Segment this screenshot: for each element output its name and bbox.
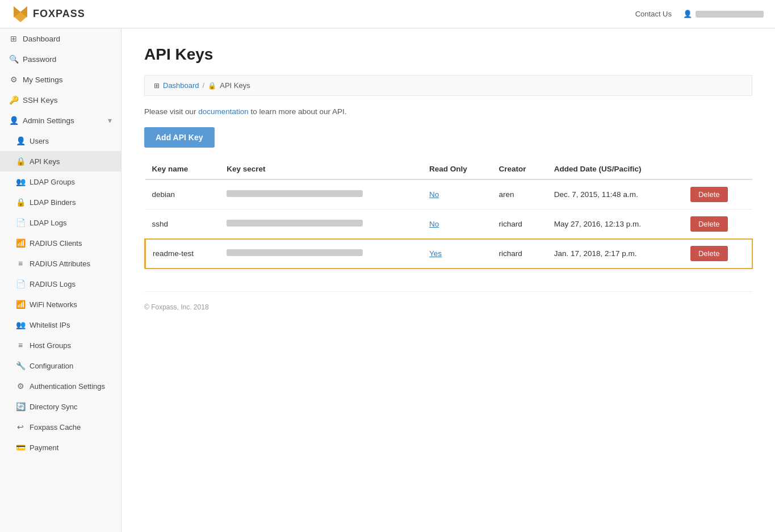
api-keys-table: Key name Key secret Read Only Creator Ad… [144, 159, 752, 269]
sidebar-item-ldap-groups[interactable]: 👥 LDAP Groups [0, 171, 121, 192]
dashboard-icon: ⊞ [9, 34, 18, 43]
sidebar-label-payment: Payment [30, 443, 58, 452]
sidebar: ⊞ Dashboard 🔍 Password ⚙ My Settings 🔑 S… [0, 28, 122, 532]
contact-us-link[interactable]: Contact Us [635, 10, 672, 18]
sidebar-item-payment[interactable]: 💳 Payment [0, 437, 121, 458]
cell-action[interactable]: Delete [684, 210, 752, 239]
cell-key-name: debian [145, 179, 220, 210]
sidebar-label-my-settings: My Settings [23, 76, 63, 84]
sidebar-label-radius-logs: RADIUS Logs [30, 280, 76, 288]
sidebar-label-radius-attributes: RADIUS Attributes [30, 259, 90, 268]
chevron-down-icon: ▾ [108, 116, 112, 125]
sidebar-item-users[interactable]: 👤 Users [0, 131, 121, 151]
layout: ⊞ Dashboard 🔍 Password ⚙ My Settings 🔑 S… [0, 28, 775, 532]
col-header-actions [684, 159, 752, 179]
logo-text: FOXPASS [33, 8, 85, 20]
documentation-link[interactable]: documentation [198, 107, 249, 116]
admin-settings-icon: 👤 [9, 116, 18, 125]
cell-creator: richard [492, 239, 547, 269]
cell-action[interactable]: Delete [684, 179, 752, 210]
logo: FOXPASS [11, 5, 85, 23]
col-header-read-only: Read Only [422, 159, 492, 179]
table-row: readme-testYesrichardJan. 17, 2018, 2:17… [145, 239, 753, 269]
sidebar-label-wifi-networks: WiFi Networks [30, 300, 77, 309]
cell-creator: richard [492, 210, 547, 239]
sidebar-label-configuration: Configuration [30, 362, 73, 370]
sidebar-label-host-groups: Host Groups [30, 341, 71, 350]
sidebar-item-admin-settings[interactable]: 👤 Admin Settings ▾ [0, 110, 121, 131]
sidebar-item-radius-attributes[interactable]: ≡ RADIUS Attributes [0, 253, 121, 274]
cell-added-date: Jan. 17, 2018, 2:17 p.m. [547, 239, 684, 269]
cell-added-date: Dec. 7, 2015, 11:48 a.m. [547, 179, 684, 210]
breadcrumb: ⊞ Dashboard / 🔒 API Keys [144, 75, 752, 96]
sidebar-item-dashboard[interactable]: ⊞ Dashboard [0, 28, 121, 49]
sidebar-item-foxpass-cache[interactable]: ↩ Foxpass Cache [0, 417, 121, 437]
breadcrumb-home-link[interactable]: Dashboard [163, 81, 199, 90]
sidebar-item-auth-settings[interactable]: ⚙ Authentication Settings [0, 376, 121, 396]
auth-settings-icon: ⚙ [16, 382, 25, 391]
sidebar-item-radius-logs[interactable]: 📄 RADIUS Logs [0, 274, 121, 294]
sidebar-item-api-keys[interactable]: 🔒 API Keys [0, 151, 121, 171]
sidebar-item-password[interactable]: 🔍 Password [0, 49, 121, 69]
sidebar-label-admin-settings: Admin Settings [23, 116, 74, 125]
wifi-networks-icon: 📶 [16, 300, 25, 309]
cell-creator: aren [492, 179, 547, 210]
cell-read-only[interactable]: No [422, 210, 492, 239]
sidebar-item-radius-clients[interactable]: 📶 RADIUS Clients [0, 233, 121, 253]
sidebar-item-wifi-networks[interactable]: 📶 WiFi Networks [0, 294, 121, 315]
cell-action[interactable]: Delete [684, 239, 752, 269]
breadcrumb-current: API Keys [220, 81, 250, 90]
table-row: debianNoarenDec. 7, 2015, 11:48 a.m.Dele… [145, 179, 753, 210]
sidebar-label-ssh-keys: SSH Keys [23, 96, 58, 104]
cell-key-secret [220, 210, 422, 239]
sidebar-label-ldap-groups: LDAP Groups [30, 178, 75, 186]
cell-read-only[interactable]: Yes [422, 239, 492, 269]
top-header: FOXPASS Contact Us 👤 [0, 0, 775, 28]
sidebar-item-ldap-binders[interactable]: 🔒 LDAP Binders [0, 192, 121, 212]
radius-clients-icon: 📶 [16, 238, 25, 248]
whitelist-ips-icon: 👥 [16, 320, 25, 329]
delete-button[interactable]: Delete [690, 187, 728, 202]
cell-key-secret [220, 239, 422, 269]
ldap-binders-icon: 🔒 [16, 198, 25, 207]
configuration-icon: 🔧 [16, 361, 25, 370]
cell-key-name: readme-test [145, 239, 220, 269]
directory-sync-icon: 🔄 [16, 402, 25, 411]
main-content: API Keys ⊞ Dashboard / 🔒 API Keys Please… [122, 28, 775, 532]
users-icon: 👤 [16, 136, 25, 145]
sidebar-item-configuration[interactable]: 🔧 Configuration [0, 355, 121, 376]
sidebar-item-ldap-logs[interactable]: 📄 LDAP Logs [0, 212, 121, 233]
ssh-keys-icon: 🔑 [9, 95, 18, 104]
cell-added-date: May 27, 2016, 12:13 p.m. [547, 210, 684, 239]
sidebar-label-api-keys: API Keys [30, 157, 60, 166]
radius-attributes-icon: ≡ [16, 259, 25, 268]
sidebar-label-ldap-binders: LDAP Binders [30, 198, 76, 207]
cell-key-name: sshd [145, 210, 220, 239]
page-title: API Keys [144, 45, 752, 64]
sidebar-label-radius-clients: RADIUS Clients [30, 239, 82, 248]
add-api-key-button[interactable]: Add API Key [144, 127, 215, 148]
sidebar-label-password: Password [23, 55, 56, 64]
foxpass-cache-icon: ↩ [16, 422, 25, 432]
user-name [696, 11, 764, 18]
sidebar-item-host-groups[interactable]: ≡ Host Groups [0, 335, 121, 355]
ldap-logs-icon: 📄 [16, 218, 25, 227]
delete-button[interactable]: Delete [690, 246, 728, 261]
sidebar-item-whitelist-ips[interactable]: 👥 Whitelist IPs [0, 315, 121, 335]
intro-after: to learn more about our API. [249, 107, 347, 116]
sidebar-item-ssh-keys[interactable]: 🔑 SSH Keys [0, 90, 121, 110]
breadcrumb-home-icon: ⊞ [154, 82, 160, 90]
sidebar-item-directory-sync[interactable]: 🔄 Directory Sync [0, 396, 121, 417]
foxpass-logo-icon [11, 5, 30, 23]
col-header-key-name: Key name [145, 159, 220, 179]
sidebar-label-auth-settings: Authentication Settings [30, 382, 105, 391]
copyright: © Foxpass, Inc. 2018 [144, 303, 209, 311]
api-keys-icon: 🔒 [16, 157, 25, 166]
cell-read-only[interactable]: No [422, 179, 492, 210]
user-icon: 👤 [683, 10, 692, 18]
sidebar-label-ldap-logs: LDAP Logs [30, 219, 67, 227]
sidebar-item-my-settings[interactable]: ⚙ My Settings [0, 69, 121, 90]
col-header-added-date: Added Date (US/Pacific) [547, 159, 684, 179]
delete-button[interactable]: Delete [690, 216, 728, 232]
breadcrumb-separator: / [203, 81, 205, 90]
